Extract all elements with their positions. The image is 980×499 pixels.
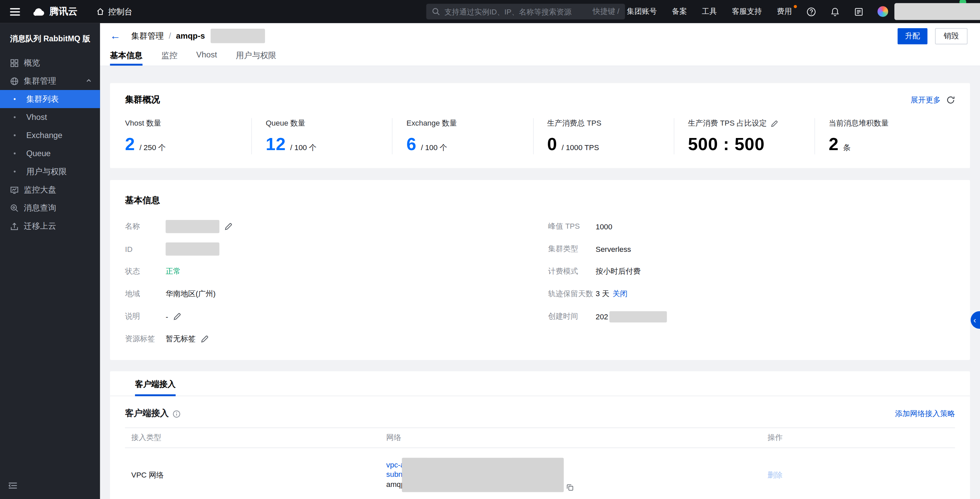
console-icon [96, 7, 105, 16]
sidebar-item-label: 迁移上云 [24, 220, 56, 231]
sidebar-group-cluster-mgmt[interactable]: 集群管理 [0, 72, 100, 90]
field-value: 1000 [596, 222, 612, 231]
tab-vhost[interactable]: Vhost [196, 49, 217, 65]
field-label: 计费模式 [548, 266, 595, 277]
redacted-create-time [609, 311, 667, 322]
feedback-panel-icon[interactable] [847, 0, 871, 23]
stats-row: Vhost 数量 2/ 250 个 Queue 数量 12/ 100 个 Exc… [125, 118, 955, 154]
nav-support[interactable]: 客服支持 [724, 0, 769, 23]
main-content: ← 集群管理 / amqp-s 升配 销毁 基本信息 监控 Vhost 用户与权… [100, 23, 980, 499]
col-access-type: 接入类型 [125, 432, 386, 443]
sidebar-item-users-perms[interactable]: 用户与权限 [0, 162, 100, 181]
info-row-tags: 资源标签 暂无标签 [125, 332, 548, 346]
sidebar-item-label: 消息查询 [24, 202, 56, 213]
info-row-peak-tps: 峰值 TPS 1000 [548, 220, 955, 233]
console-link[interactable]: 控制台 [96, 6, 133, 17]
sidebar-item-message-query[interactable]: 消息查询 [0, 199, 100, 217]
edit-tags-icon[interactable] [200, 335, 208, 343]
field-value: 华南地区(广州) [165, 289, 216, 300]
sidebar-item-vhost[interactable]: Vhost [0, 108, 100, 126]
stat-suffix: / 100 个 [290, 142, 317, 153]
stat-suffix: / 1000 TPS [562, 143, 599, 152]
stat-label: 生产消费总 TPS [547, 118, 601, 129]
cloud-logo-icon [33, 7, 45, 16]
nav-billing[interactable]: 费用 [769, 0, 799, 23]
tencent-cloud-console: 腾讯云 控制台 快捷键 / 集团账号 备案 工具 客服支持 费用 [0, 0, 980, 499]
brand-name: 腾讯云 [49, 6, 78, 17]
sidebar-item-migrate[interactable]: 迁移上云 [0, 217, 100, 235]
basic-info-card: 基本信息 名称 ID 状态 [110, 180, 970, 360]
brand-logo[interactable]: 腾讯云 [33, 6, 78, 17]
edit-name-icon[interactable] [224, 222, 232, 231]
notification-bell-icon[interactable] [823, 0, 847, 23]
tab-client-access[interactable]: 客户端接入 [135, 371, 176, 396]
sidebar-item-monitor-dashboard[interactable]: 监控大盘 [0, 181, 100, 199]
info-row-trace-retention: 轨迹保留天数 3 天 关闭 [548, 288, 955, 300]
edit-tps-ratio-icon[interactable] [770, 119, 778, 127]
field-label: 状态 [125, 266, 165, 277]
stat-vhost-count: Vhost 数量 2/ 250 个 [125, 118, 251, 154]
message-query-icon [10, 203, 19, 212]
expand-more-link[interactable]: 展开更多 [910, 95, 955, 105]
header-actions: 升配 销毁 [897, 28, 967, 44]
info-icon[interactable] [173, 410, 181, 418]
breadcrumb-cluster-mgmt[interactable]: 集群管理 [131, 30, 164, 41]
tab-monitor[interactable]: 监控 [161, 49, 177, 65]
cluster-overview-card: 集群概况 展开更多 Vhost 数量 2/ 250 个 Queue 数量 12/… [110, 83, 970, 168]
tab-users-perms[interactable]: 用户与权限 [236, 49, 277, 65]
info-row-region: 地域 华南地区(广州) [125, 288, 548, 300]
refresh-icon[interactable] [947, 96, 955, 105]
nav-tools[interactable]: 工具 [695, 0, 724, 23]
stat-tps-ratio: 生产消费 TPS 占比设定 500 : 500 [674, 118, 815, 154]
assistant-logo [877, 6, 888, 17]
sidebar-item-cluster-list[interactable]: 集群列表 [0, 90, 100, 108]
stat-message-backlog: 当前消息堆积数量 2条 [815, 118, 955, 154]
collapse-sidebar-icon[interactable] [6, 480, 19, 493]
stat-label: Exchange 数量 [406, 118, 457, 129]
stat-label: Queue 数量 [266, 118, 305, 129]
field-label: ID [125, 245, 165, 254]
stat-label: Vhost 数量 [125, 118, 161, 129]
add-network-policy-link[interactable]: 添加网络接入策略 [895, 408, 955, 420]
stat-value: 500 : 500 [688, 134, 765, 154]
field-value: - [165, 312, 168, 321]
bullet-icon [14, 171, 16, 173]
sidebar-item-exchange[interactable]: Exchange [0, 126, 100, 145]
redacted-instance-id [211, 29, 265, 43]
edit-description-icon[interactable] [173, 313, 181, 321]
info-row-billing-mode: 计费模式 按小时后付费 [548, 265, 955, 278]
sidebar-item-queue[interactable]: Queue [0, 145, 100, 162]
stat-value: 0 [547, 134, 557, 154]
sidebar-item-label: 用户与权限 [26, 166, 67, 177]
destroy-button[interactable]: 销毁 [935, 28, 967, 44]
tab-basic-info[interactable]: 基本信息 [110, 49, 143, 65]
nav-group-account[interactable]: 集团账号 [619, 0, 664, 23]
copy-icon[interactable] [566, 484, 574, 493]
field-label: 峰值 TPS [548, 221, 595, 232]
stat-exchange-count: Exchange 数量 6/ 100 个 [392, 118, 533, 154]
account-avatar-area[interactable] [894, 0, 980, 23]
search-input[interactable] [444, 7, 589, 16]
migrate-icon [10, 222, 19, 230]
info-row-name: 名称 [125, 220, 548, 233]
back-button[interactable]: ← [110, 30, 121, 41]
close-trace-link[interactable]: 关闭 [612, 289, 628, 300]
hamburger-menu-icon[interactable] [7, 5, 22, 18]
breadcrumb: 集群管理 / amqp-s [131, 29, 265, 43]
chevron-up-icon [86, 78, 92, 84]
stat-label: 生产消费 TPS 占比设定 [688, 118, 767, 129]
field-value: 暂无标签 [165, 334, 196, 345]
sidebar-item-label: 概览 [24, 57, 40, 68]
assistant-icon[interactable] [870, 0, 894, 23]
nav-icp-filing[interactable]: 备案 [664, 0, 694, 23]
delete-policy-link[interactable]: 删除 [767, 470, 783, 479]
field-label: 说明 [125, 311, 165, 322]
bullet-icon [14, 134, 16, 136]
client-access-card: 客户端接入 客户端接入 添加网络接入策略 接入类型 网络 操作 VPC 网络 [110, 371, 970, 499]
help-icon[interactable] [799, 0, 823, 23]
stat-queue-count: Queue 数量 12/ 100 个 [251, 118, 392, 154]
bullet-icon [14, 153, 16, 154]
sidebar-item-overview[interactable]: 概览 [0, 54, 100, 72]
sidebar-item-label: Vhost [26, 113, 47, 122]
upgrade-button[interactable]: 升配 [897, 28, 927, 44]
